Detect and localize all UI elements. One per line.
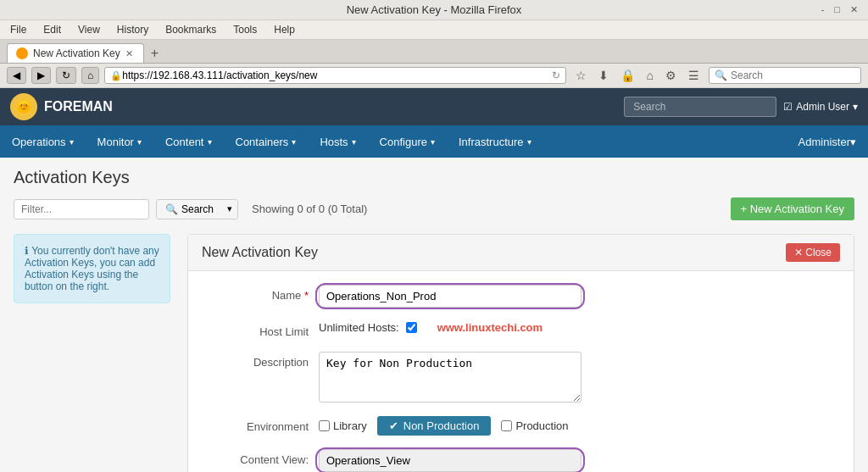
active-tab[interactable]: New Activation Key ✕ — [7, 43, 144, 63]
back-btn[interactable]: ◀ — [7, 67, 26, 84]
browser-titlebar: New Activation Key - Mozilla Firefox - □… — [0, 0, 868, 20]
env-production-label: Production — [515, 419, 568, 432]
menu-bookmarks[interactable]: Bookmarks — [162, 22, 220, 37]
content-view-row: Content View: Operations_View — [209, 449, 833, 472]
settings-icon[interactable]: ⚙ — [661, 67, 681, 84]
info-text: You currently don't have any Activation … — [25, 245, 159, 292]
nav-item-content[interactable]: Content ▾ — [153, 125, 224, 158]
nav-administer[interactable]: Administer ▾ — [787, 125, 868, 158]
refresh-icon[interactable]: ↻ — [552, 69, 560, 81]
info-icon: ℹ — [25, 245, 29, 257]
browser-menubar: File Edit View History Bookmarks Tools H… — [0, 20, 868, 40]
env-non-production-label: Non Production — [403, 419, 480, 432]
user-caret-icon: ▾ — [853, 101, 858, 113]
close-btn[interactable]: ✕ — [847, 4, 861, 15]
form-close-btn[interactable]: ✕ Close — [786, 243, 840, 262]
home-btn[interactable]: ⌂ — [81, 67, 99, 84]
url-input[interactable] — [122, 69, 551, 81]
description-textarea[interactable]: Key for Non Production — [319, 352, 581, 403]
nav-item-infrastructure[interactable]: Infrastructure ▾ — [447, 125, 543, 158]
new-tab-btn[interactable]: + — [146, 44, 164, 63]
form-panel-title: New Activation Key — [202, 245, 318, 260]
home-toolbar-icon[interactable]: ⌂ — [643, 67, 658, 84]
browser-search-bar[interactable]: 🔍 — [709, 67, 861, 84]
header-user[interactable]: ☑ Admin User ▾ — [783, 101, 858, 113]
lock-icon: 🔒 — [110, 70, 122, 81]
header-search-input[interactable] — [624, 97, 776, 117]
environment-label: Environment — [209, 416, 319, 433]
tab-label: New Activation Key — [33, 47, 120, 59]
main-layout: ℹ You currently don't have any Activatio… — [14, 234, 854, 472]
search-button[interactable]: 🔍 Search — [157, 200, 222, 219]
name-input[interactable] — [319, 285, 581, 308]
nav-item-containers[interactable]: Containers ▾ — [224, 125, 309, 158]
toolbar-icons: ☆ ⬇ 🔒 ⌂ ⚙ ☰ — [571, 67, 704, 84]
env-non-production[interactable]: ✔ Non Production — [377, 416, 492, 436]
nav-administer-label: Administer — [798, 136, 850, 148]
name-row: Name * — [209, 285, 833, 308]
minimize-btn[interactable]: - — [818, 4, 828, 15]
description-row: Description Key for Non Production — [209, 352, 833, 403]
lock-toolbar-icon[interactable]: 🔒 — [616, 67, 639, 84]
name-input-wrapper — [319, 285, 581, 308]
host-limit-options: Unlimited Hosts: www.linuxtechi.com — [319, 321, 542, 334]
page-title: Activation Keys — [14, 168, 854, 187]
env-check-icon: ✔ — [389, 419, 398, 432]
website-link: www.linuxtechi.com — [437, 321, 542, 334]
unlimited-hosts-checkbox[interactable] — [406, 322, 417, 333]
search-dropdown-btn[interactable]: ▾ — [222, 200, 237, 219]
menu-history[interactable]: History — [114, 22, 152, 37]
download-icon[interactable]: ⬇ — [594, 67, 613, 84]
name-required: * — [304, 289, 309, 302]
forward-btn[interactable]: ▶ — [31, 67, 51, 84]
window-controls[interactable]: - □ ✕ — [818, 4, 861, 15]
environment-options: Library ✔ Non Production Production — [319, 416, 569, 436]
env-production: Production — [501, 419, 568, 432]
toolbar-row: 🔍 Search ▾ Showing 0 of 0 (0 Total) + Ne… — [14, 197, 854, 220]
menu-help[interactable]: Help — [270, 22, 298, 37]
environment-row: Environment Library ✔ Non Production — [209, 416, 833, 436]
nav-infrastructure-label: Infrastructure — [459, 136, 524, 148]
logo-circle: 🌞 — [10, 93, 37, 120]
browser-search-input[interactable] — [731, 69, 858, 81]
filter-input[interactable] — [14, 199, 149, 219]
menu-edit[interactable]: Edit — [40, 22, 64, 37]
env-library-checkbox[interactable] — [319, 420, 330, 431]
form-body: Name * Host Limit Unlimited Hosts: — [188, 271, 854, 472]
bookmark-icon[interactable]: ☆ — [571, 67, 591, 84]
user-checkbox-icon: ☑ — [783, 101, 793, 113]
tab-close-btn[interactable]: ✕ — [125, 48, 133, 59]
nav-containers-caret: ▾ — [292, 137, 296, 147]
info-box: ℹ You currently don't have any Activatio… — [14, 234, 170, 303]
name-label: Name * — [209, 285, 319, 302]
host-limit-label: Host Limit — [209, 321, 319, 338]
nav-operations-caret: ▾ — [70, 137, 74, 147]
nav-containers-label: Containers — [236, 136, 289, 148]
menu-file[interactable]: File — [7, 22, 30, 37]
content-view-select[interactable]: Operations_View — [319, 449, 581, 472]
nav-configure-label: Configure — [380, 136, 427, 148]
new-activation-key-btn[interactable]: + New Activation Key — [731, 197, 854, 220]
nav-item-hosts[interactable]: Hosts ▾ — [308, 125, 367, 158]
unlimited-hosts-label: Unlimited Hosts: — [319, 321, 399, 334]
nav-hosts-label: Hosts — [320, 136, 348, 148]
browser-toolbar: ◀ ▶ ↻ ⌂ 🔒 ↻ ☆ ⬇ 🔒 ⌂ ⚙ ☰ 🔍 — [0, 64, 868, 88]
maximize-btn[interactable]: □ — [831, 4, 843, 15]
url-bar[interactable]: 🔒 ↻ — [104, 67, 565, 84]
menu-tools[interactable]: Tools — [230, 22, 260, 37]
env-production-checkbox[interactable] — [501, 420, 512, 431]
nav-content-caret: ▾ — [208, 137, 212, 147]
nav-item-monitor[interactable]: Monitor ▾ — [86, 125, 153, 158]
refresh-btn[interactable]: ↻ — [56, 67, 76, 84]
content-view-label: Content View: — [209, 449, 319, 466]
nav-operations-label: Operations — [12, 136, 66, 148]
nav-item-configure[interactable]: Configure ▾ — [368, 125, 447, 158]
nav-configure-caret: ▾ — [431, 137, 435, 147]
foreman-logo[interactable]: 🌞 FOREMAN — [10, 93, 113, 120]
menu-icon[interactable]: ☰ — [684, 67, 704, 84]
nav-content-label: Content — [165, 136, 204, 148]
foreman-header-search: ☑ Admin User ▾ — [624, 97, 858, 117]
menu-view[interactable]: View — [75, 22, 103, 37]
nav-item-operations[interactable]: Operations ▾ — [0, 125, 86, 158]
user-label: Admin User — [796, 101, 849, 113]
